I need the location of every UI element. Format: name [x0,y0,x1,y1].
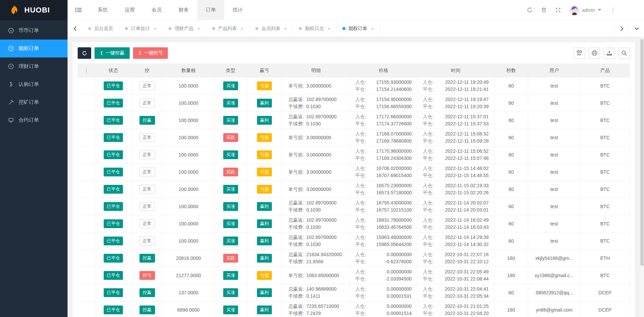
close-time-value: 2022-11-14 16:03:43 [445,224,489,231]
row-select-cell[interactable] [78,198,95,215]
price-cell: 入仓:0.00000000 平仓:0.00001514 [350,301,417,317]
col-control: 控 [132,64,162,77]
row-select-cell[interactable] [78,77,95,95]
tab-home[interactable]: 后台首页 [82,20,119,37]
row-select-cell[interactable] [78,267,95,284]
close-icon[interactable]: × [284,26,287,31]
tabs-scroll-right-icon[interactable] [614,20,629,37]
print-icon[interactable] [589,48,600,59]
row-select-cell[interactable] [78,250,95,267]
row-select-cell[interactable] [78,95,95,112]
search-icon[interactable] [618,48,630,59]
control-button[interactable]: 正常 [139,219,155,228]
close-time-value: 2022-10-31 22:04:20 [445,310,489,317]
select-all-checkbox[interactable] [86,68,87,74]
sidebar-collapse-icon[interactable] [68,0,89,20]
control-button[interactable]: 控赢 [139,254,155,263]
entry-time-value: 2022-12-11 19:19:47 [445,96,489,103]
trash-icon[interactable] [541,7,547,13]
close-icon[interactable]: × [371,26,374,31]
tab-product-list[interactable]: 产品列表× [206,20,250,37]
control-button[interactable]: 控赢 [139,306,155,314]
col-seconds: 秒数 [494,64,528,77]
sidebar-menu: cc 币币订单 期权订单 ¥ 理财订单 认购订单 挖矿订单 合约订单 [0,20,68,129]
detail-value: 102.89700000 [306,113,337,120]
refresh-icon[interactable] [527,7,533,13]
columns-filter-icon[interactable] [574,48,585,59]
close-icon[interactable]: × [328,26,331,31]
tab-member-list[interactable]: 会员列表× [250,20,293,37]
sidebar-item-subscribe-orders[interactable]: 认购订单 [0,75,68,93]
close-time-value: 2022-10-31 22:10:12 [445,258,489,265]
tabs-menu-icon[interactable] [629,20,644,37]
control-button[interactable]: 控赢 [139,116,155,125]
user-cell: xkjly54188@gm... [528,250,581,267]
tab-option-logs[interactable]: 期权日志× [293,20,337,37]
control-button[interactable]: 正常 [139,185,155,194]
nav-item-member[interactable]: 会员 [143,0,170,20]
more-menu-icon[interactable]: ⋮ [610,7,616,13]
close-time-value: 2022-11-14 14:30:32 [445,241,489,248]
tab-label: 理财产品 [175,26,194,32]
row-select-cell[interactable] [78,181,95,198]
close-price-value: 17174.37726600 [376,120,412,127]
control-button[interactable]: 正常 [139,202,155,211]
sidebar-item-contract-orders[interactable]: 合约订单 [0,111,68,129]
row-select-cell[interactable] [78,284,95,301]
close-icon[interactable]: × [241,26,244,31]
row-select-cell[interactable] [78,301,95,317]
nav-item-operation[interactable]: 运营 [116,0,143,20]
detail-cell: 单亏损:3.00000000 [282,164,350,181]
close-price-value: 0.00001514 [387,310,412,317]
row-select-cell[interactable] [78,129,95,146]
tab-option-orders[interactable]: 期权订单× [337,20,380,37]
tab-dot [342,27,345,30]
price-cell: 入仓:17168.07000000 平仓:17169.78680800 [350,129,417,146]
nav-item-system[interactable]: 系统 [89,0,116,20]
force-lose-all-button[interactable]: ↧一键控亏 [133,47,168,59]
price-cell: 入仓:16575.23000000 平仓:16573.57180000 [350,181,417,198]
close-icon[interactable]: × [197,26,200,31]
amount-cell: 100.0000 [162,95,215,112]
control-button[interactable]: 控亏 [139,271,155,280]
control-button[interactable]: 正常 [139,150,155,159]
scrollbar-thumb[interactable] [640,39,644,266]
nav-item-statistics[interactable]: 统计 [224,0,251,20]
row-select-cell[interactable] [78,215,95,233]
product-cell: BTC [581,215,630,233]
control-button[interactable]: 正常 [139,99,155,107]
product-cell: DCEP [581,301,630,317]
row-select-cell[interactable] [78,164,95,181]
nav-item-label: 统计 [233,7,243,13]
tabs-scroll-left-icon[interactable] [68,20,82,37]
control-button[interactable]: 正常 [139,168,155,176]
tab-order-stats[interactable]: 订单统计× [119,20,163,37]
detail-cell: 总赢返:102.89700000手续费:0.1030 [282,215,350,233]
tab-wealth-products[interactable]: 理财产品× [163,20,206,37]
nav-item-finance[interactable]: 财务 [170,0,197,20]
row-select-cell[interactable] [78,233,95,250]
sidebar-item-coin-orders[interactable]: cc 币币订单 [0,22,68,40]
sidebar-item-mining-orders[interactable]: 挖矿订单 [0,93,68,111]
refresh-table-button[interactable] [78,47,91,59]
sidebar-item-wealth-orders[interactable]: ¥ 理财订单 [0,57,68,75]
close-price-value: 17154.21440600 [376,86,412,93]
detail-label: 单亏损: [288,134,304,141]
fullscreen-icon[interactable] [555,7,561,13]
user-menu[interactable]: admin [569,5,601,15]
row-select-cell[interactable] [78,146,95,164]
control-button[interactable]: 正常 [139,237,155,245]
row-select-cell[interactable] [78,112,95,129]
brand-name: HUOBI [24,6,50,15]
export-icon[interactable] [603,48,615,59]
control-button[interactable]: 控赢 [139,288,155,297]
close-time-value: 2022-10-31 22:05:34 [445,293,489,300]
nav-item-orders[interactable]: 订单 [197,0,224,20]
force-win-all-button[interactable]: ↥一键控赢 [95,47,130,59]
close-icon[interactable]: × [154,26,157,31]
close-time-label: 平仓: [423,241,434,248]
control-button[interactable]: 正常 [139,81,155,90]
sidebar-item-option-orders[interactable]: 期权订单 [0,40,68,57]
control-button[interactable]: 正常 [139,133,155,142]
table-row: 已平仓 控赢 20816.0000 买跌 赢利 总赢返:21834.943200… [78,250,630,267]
